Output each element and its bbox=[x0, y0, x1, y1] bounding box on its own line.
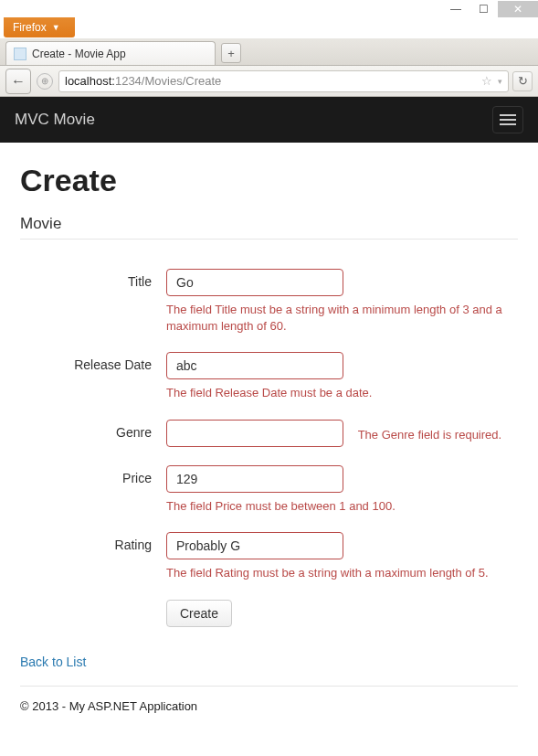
label-price: Price bbox=[20, 465, 166, 515]
form-row-title: Title The field Title must be a string w… bbox=[20, 269, 518, 334]
app-navbar: MVC Movie bbox=[0, 97, 538, 143]
minimize-button[interactable]: — bbox=[443, 1, 469, 17]
back-button[interactable]: ← bbox=[5, 69, 31, 94]
browser-tab[interactable]: Create - Movie App bbox=[5, 41, 216, 65]
tab-favicon-icon bbox=[14, 48, 26, 60]
navbar-toggle-button[interactable] bbox=[492, 106, 523, 133]
form-row-price: Price The field Price must be between 1 … bbox=[20, 465, 518, 515]
back-to-list-link[interactable]: Back to List bbox=[20, 655, 86, 669]
globe-icon: ⊕ bbox=[37, 73, 53, 90]
url-path: 1234/Movies/Create bbox=[115, 74, 221, 88]
error-price: The field Price must be between 1 and 10… bbox=[166, 498, 513, 515]
footer-text: © 2013 - My ASP.NET Application bbox=[20, 699, 518, 731]
url-host: localhost: bbox=[65, 74, 115, 88]
maximize-button[interactable]: ☐ bbox=[470, 1, 496, 17]
form-row-release-date: Release Date The field Release Date must… bbox=[20, 352, 518, 401]
label-title: Title bbox=[20, 269, 166, 334]
navbar-brand[interactable]: MVC Movie bbox=[15, 111, 95, 129]
reload-button[interactable]: ↻ bbox=[512, 71, 533, 91]
divider bbox=[20, 239, 518, 240]
dropdown-icon[interactable]: ▾ bbox=[498, 77, 502, 86]
close-window-button[interactable]: ✕ bbox=[498, 1, 538, 17]
arrow-left-icon: ← bbox=[11, 73, 26, 90]
input-rating[interactable] bbox=[166, 532, 343, 559]
reload-icon: ↻ bbox=[518, 74, 528, 88]
label-rating: Rating bbox=[20, 532, 166, 581]
page-subheading: Movie bbox=[20, 215, 518, 233]
bookmark-icon[interactable]: ☆ bbox=[481, 74, 492, 88]
error-genre: The Genre field is required. bbox=[358, 428, 502, 442]
window-controls: — ☐ ✕ bbox=[0, 0, 538, 18]
input-genre[interactable] bbox=[166, 420, 343, 447]
form-row-genre: Genre The Genre field is required. bbox=[20, 420, 518, 447]
firefox-menu-button[interactable]: Firefox ▼ bbox=[4, 17, 75, 37]
footer-divider bbox=[20, 686, 518, 687]
chevron-down-icon: ▼ bbox=[52, 23, 60, 32]
firefox-label: Firefox bbox=[13, 21, 47, 34]
error-release-date: The field Release Date must be a date. bbox=[166, 385, 513, 401]
address-bar: ← ⊕ localhost:1234/Movies/Create ☆ ▾ ↻ bbox=[0, 66, 538, 97]
form-row-rating: Rating The field Rating must be a string… bbox=[20, 532, 518, 581]
error-title: The field Title must be a string with a … bbox=[166, 302, 513, 334]
input-release-date[interactable] bbox=[166, 352, 343, 379]
page-title: Create bbox=[20, 163, 518, 198]
tab-title: Create - Movie App bbox=[32, 48, 126, 60]
create-button[interactable]: Create bbox=[166, 600, 232, 627]
input-price[interactable] bbox=[166, 465, 343, 493]
page-viewport: MVC Movie Create Movie Title The field T… bbox=[0, 97, 538, 740]
hamburger-icon bbox=[500, 114, 516, 116]
error-rating: The field Rating must be a string with a… bbox=[166, 565, 513, 581]
label-release-date: Release Date bbox=[20, 352, 166, 401]
tab-strip: Create - Movie App + bbox=[0, 38, 538, 66]
input-title[interactable] bbox=[166, 269, 343, 296]
label-genre: Genre bbox=[20, 420, 166, 447]
page-container: Create Movie Title The field Title must … bbox=[0, 143, 538, 740]
url-input[interactable]: localhost:1234/Movies/Create ☆ ▾ bbox=[58, 70, 509, 92]
new-tab-button[interactable]: + bbox=[221, 43, 241, 63]
